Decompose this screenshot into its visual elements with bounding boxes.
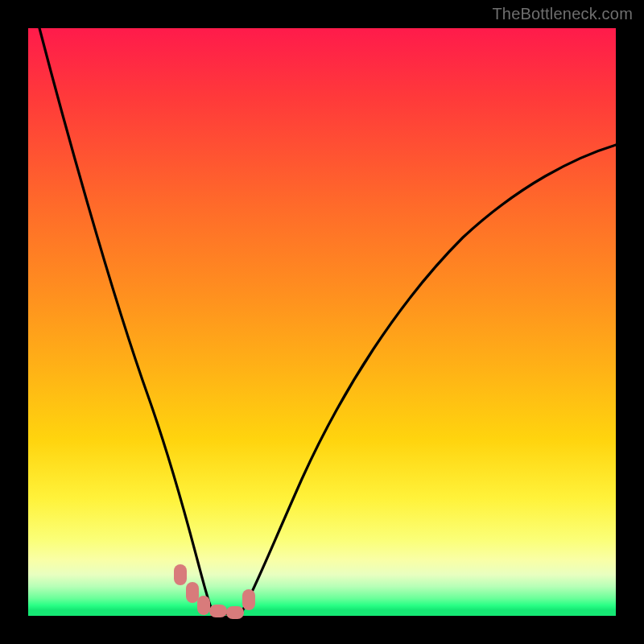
highlight-markers bbox=[174, 564, 255, 619]
svg-rect-0 bbox=[174, 564, 187, 585]
curve-right-branch bbox=[242, 145, 616, 611]
bottleneck-curve bbox=[28, 28, 616, 616]
curve-left-branch bbox=[39, 28, 215, 613]
watermark-text: TheBottleneck.com bbox=[492, 5, 633, 23]
svg-rect-4 bbox=[226, 606, 244, 619]
svg-rect-5 bbox=[242, 589, 255, 610]
svg-rect-2 bbox=[197, 596, 210, 615]
svg-rect-3 bbox=[209, 605, 227, 617]
chart-container: TheBottleneck.com bbox=[0, 0, 644, 644]
svg-rect-1 bbox=[186, 582, 199, 603]
plot-area bbox=[28, 28, 616, 616]
